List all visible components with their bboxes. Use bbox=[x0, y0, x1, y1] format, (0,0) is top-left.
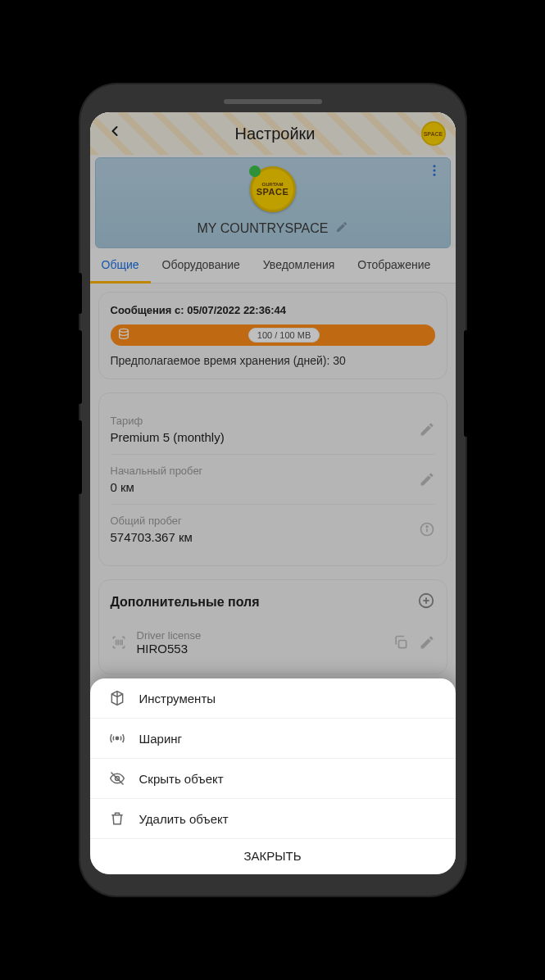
hw-button bbox=[464, 330, 469, 437]
pencil-icon bbox=[419, 421, 435, 438]
messages-since-label: Сообщения с: 05/07/2022 22:36:44 bbox=[111, 304, 435, 316]
properties-card: Тариф Premium 5 (monthly) Начальный проб… bbox=[98, 392, 447, 566]
storage-card: Сообщения с: 05/07/2022 22:36:44 100 / 1… bbox=[98, 292, 447, 379]
hw-button bbox=[77, 273, 82, 314]
storage-usage-value: 100 / 100 MB bbox=[248, 328, 320, 343]
pencil-icon bbox=[419, 634, 435, 651]
initial-mileage-label: Начальный пробег bbox=[111, 465, 203, 477]
eye-off-icon bbox=[108, 770, 126, 787]
workspace-name: MY COUNTRYSPACE bbox=[197, 221, 328, 236]
sheet-close-button[interactable]: ЗАКРЫТЬ bbox=[90, 839, 456, 869]
hw-button bbox=[77, 330, 82, 404]
chevron-left-icon bbox=[107, 123, 123, 139]
custom-fields-card: Дополнительные поля Driver license HIRO5… bbox=[98, 579, 447, 674]
info-icon bbox=[419, 521, 435, 538]
sheet-item-tools[interactable]: Инструменты bbox=[90, 678, 456, 719]
back-button[interactable] bbox=[100, 120, 129, 147]
info-mileage-button[interactable] bbox=[419, 521, 435, 538]
retention-label: Предполагаемое время хранения (дней): 30 bbox=[111, 354, 435, 367]
pencil-icon bbox=[335, 220, 348, 234]
workspace-card: GURTAM SPACE MY COUNTRYSPACE bbox=[95, 157, 451, 248]
tabs-bar: Общие Оборудование Уведомления Отображен… bbox=[90, 248, 456, 284]
svg-point-3 bbox=[119, 329, 128, 332]
total-mileage-value: 574703.367 км bbox=[111, 530, 193, 544]
phone-speaker bbox=[224, 99, 322, 104]
broadcast-icon bbox=[108, 730, 126, 746]
screen: Настройки SPACE GURTAM SPACE MY COUNTRYS… bbox=[90, 112, 456, 874]
trash-icon bbox=[108, 810, 126, 827]
cube-icon bbox=[108, 690, 126, 706]
sheet-item-delete[interactable]: Удалить объект bbox=[90, 799, 456, 839]
plus-circle-icon bbox=[417, 592, 435, 610]
edit-tariff-button[interactable] bbox=[419, 421, 435, 438]
initial-mileage-row[interactable]: Начальный пробег 0 км bbox=[111, 455, 435, 505]
tariff-row[interactable]: Тариф Premium 5 (monthly) bbox=[111, 405, 435, 455]
custom-fields-title: Дополнительные поля bbox=[111, 595, 260, 610]
tariff-value: Premium 5 (monthly) bbox=[111, 430, 225, 444]
edit-custom-field-button[interactable] bbox=[419, 634, 435, 651]
storage-usage-bar: 100 / 100 MB bbox=[111, 324, 435, 346]
tab-general[interactable]: Общие bbox=[90, 248, 151, 284]
content-area: Сообщения с: 05/07/2022 22:36:44 100 / 1… bbox=[90, 284, 456, 696]
edit-initial-mileage-button[interactable] bbox=[419, 471, 435, 488]
barcode-icon bbox=[111, 634, 127, 651]
sheet-item-sharing[interactable]: Шаринг bbox=[90, 719, 456, 759]
action-sheet: Инструменты Шаринг Скрыть объект Удалить… bbox=[90, 678, 456, 874]
copy-icon bbox=[393, 634, 409, 651]
brand-big-text: SPACE bbox=[257, 187, 289, 197]
svg-point-6 bbox=[426, 526, 428, 528]
sheet-item-label: Шаринг bbox=[139, 732, 183, 746]
page-title: Настройки bbox=[129, 125, 421, 143]
svg-rect-14 bbox=[398, 641, 406, 648]
custom-field-label: Driver license bbox=[137, 629, 383, 642]
edit-workspace-button[interactable] bbox=[335, 220, 348, 236]
app-header: Настройки SPACE bbox=[90, 112, 456, 155]
brand-badge-text: SPACE bbox=[424, 131, 443, 137]
copy-custom-field-button[interactable] bbox=[393, 634, 409, 651]
tab-notifications[interactable]: Уведомления bbox=[252, 248, 347, 283]
tab-equipment[interactable]: Оборудование bbox=[151, 248, 252, 283]
add-custom-field-button[interactable] bbox=[417, 592, 435, 613]
tariff-label: Тариф bbox=[111, 415, 225, 427]
sheet-item-label: Удалить объект bbox=[139, 812, 229, 826]
total-mileage-label: Общий пробег bbox=[111, 515, 193, 527]
sheet-item-hide[interactable]: Скрыть объект bbox=[90, 759, 456, 799]
initial-mileage-value: 0 км bbox=[111, 480, 203, 494]
hw-button bbox=[77, 420, 82, 494]
custom-field-value: HIRO553 bbox=[137, 642, 383, 656]
sheet-item-label: Инструменты bbox=[139, 692, 216, 706]
svg-point-15 bbox=[116, 737, 118, 739]
status-dot-icon bbox=[249, 166, 261, 177]
brand-badge-small[interactable]: SPACE bbox=[421, 121, 446, 146]
total-mileage-row: Общий пробег 574703.367 км bbox=[111, 505, 435, 554]
custom-field-row[interactable]: Driver license HIRO553 bbox=[111, 623, 435, 662]
sheet-item-label: Скрыть объект bbox=[139, 772, 224, 786]
phone-frame: Настройки SPACE GURTAM SPACE MY COUNTRYS… bbox=[80, 84, 466, 896]
tab-display[interactable]: Отображение bbox=[346, 248, 442, 283]
brand-logo: GURTAM SPACE bbox=[250, 166, 296, 212]
database-icon bbox=[117, 328, 130, 343]
pencil-icon bbox=[419, 471, 435, 488]
